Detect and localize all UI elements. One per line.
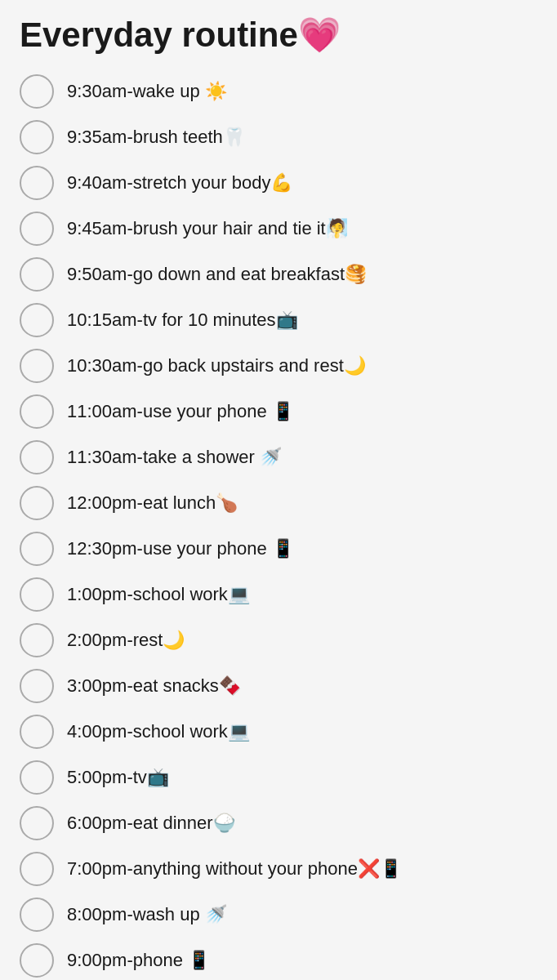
item-text: 6:00pm-eat dinner🍚 <box>67 812 235 835</box>
list-item: 9:45am-brush your hair and tie it🧖 <box>20 206 537 252</box>
checkbox[interactable] <box>20 532 54 566</box>
item-text: 3:00pm-eat snacks🍫 <box>67 675 241 698</box>
checkbox[interactable] <box>20 166 54 200</box>
item-text: 9:45am-brush your hair and tie it🧖 <box>67 217 348 241</box>
checkbox[interactable] <box>20 74 54 109</box>
list-item: 7:00pm-anything without your phone❌📱 <box>20 846 537 892</box>
checkbox[interactable] <box>20 349 54 383</box>
item-text: 7:00pm-anything without your phone❌📱 <box>67 858 402 881</box>
list-item: 9:40am-stretch your body💪 <box>20 160 537 206</box>
list-item: 9:35am-brush teeth🦷 <box>20 114 537 160</box>
item-text: 12:00pm-eat lunch🍗 <box>67 492 238 515</box>
item-text: 12:30pm-use your phone 📱 <box>67 537 294 561</box>
checkbox[interactable] <box>20 715 54 749</box>
checkbox[interactable] <box>20 623 54 657</box>
list-item: 9:30am-wake up ☀️ <box>20 69 537 114</box>
item-text: 11:00am-use your phone 📱 <box>67 400 294 424</box>
item-text: 9:35am-brush teeth🦷 <box>67 126 245 149</box>
list-item: 12:00pm-eat lunch🍗 <box>20 480 537 526</box>
list-item: 12:30pm-use your phone 📱 <box>20 526 537 572</box>
item-text: 10:15am-tv for 10 minutes📺 <box>67 309 298 332</box>
item-text: 5:00pm-tv📺 <box>67 766 169 790</box>
checkbox[interactable] <box>20 669 54 703</box>
checkbox[interactable] <box>20 898 54 932</box>
list-item: 10:30am-go back upstairs and rest🌙 <box>20 343 537 389</box>
list-item: 9:50am-go down and eat breakfast🥞 <box>20 252 537 297</box>
item-text: 1:00pm-school work💻 <box>67 583 250 607</box>
checkbox[interactable] <box>20 943 54 978</box>
item-text: 9:50am-go down and eat breakfast🥞 <box>67 263 367 287</box>
item-text: 9:00pm-phone 📱 <box>67 949 210 973</box>
item-text: 9:30am-wake up ☀️ <box>67 80 227 104</box>
checkbox[interactable] <box>20 120 54 154</box>
checkbox[interactable] <box>20 852 54 886</box>
checkbox[interactable] <box>20 394 54 429</box>
checkbox[interactable] <box>20 760 54 795</box>
list-item: 3:00pm-eat snacks🍫 <box>20 663 537 709</box>
list-item: 8:00pm-wash up 🚿 <box>20 892 537 938</box>
page-title: Everyday routine💗 <box>20 16 537 54</box>
item-text: 9:40am-stretch your body💪 <box>67 172 292 195</box>
item-text: 10:30am-go back upstairs and rest🌙 <box>67 354 366 378</box>
checkbox[interactable] <box>20 440 54 474</box>
checkbox[interactable] <box>20 212 54 246</box>
checkbox[interactable] <box>20 486 54 520</box>
list-item: 11:00am-use your phone 📱 <box>20 389 537 434</box>
list-item: 4:00pm-school work💻 <box>20 709 537 755</box>
item-text: 4:00pm-school work💻 <box>67 720 250 744</box>
checklist: 9:30am-wake up ☀️9:35am-brush teeth🦷9:40… <box>20 69 537 980</box>
checkbox[interactable] <box>20 257 54 292</box>
item-text: 2:00pm-rest🌙 <box>67 629 185 653</box>
item-text: 8:00pm-wash up 🚿 <box>67 903 227 927</box>
item-text: 11:30am-take a shower 🚿 <box>67 446 282 470</box>
list-item: 11:30am-take a shower 🚿 <box>20 434 537 480</box>
checkbox[interactable] <box>20 577 54 612</box>
list-item: 6:00pm-eat dinner🍚 <box>20 800 537 846</box>
list-item: 5:00pm-tv📺 <box>20 755 537 800</box>
list-item: 9:00pm-phone 📱 <box>20 938 537 980</box>
list-item: 10:15am-tv for 10 minutes📺 <box>20 297 537 343</box>
list-item: 1:00pm-school work💻 <box>20 572 537 617</box>
checkbox[interactable] <box>20 303 54 337</box>
checkbox[interactable] <box>20 806 54 840</box>
list-item: 2:00pm-rest🌙 <box>20 617 537 663</box>
